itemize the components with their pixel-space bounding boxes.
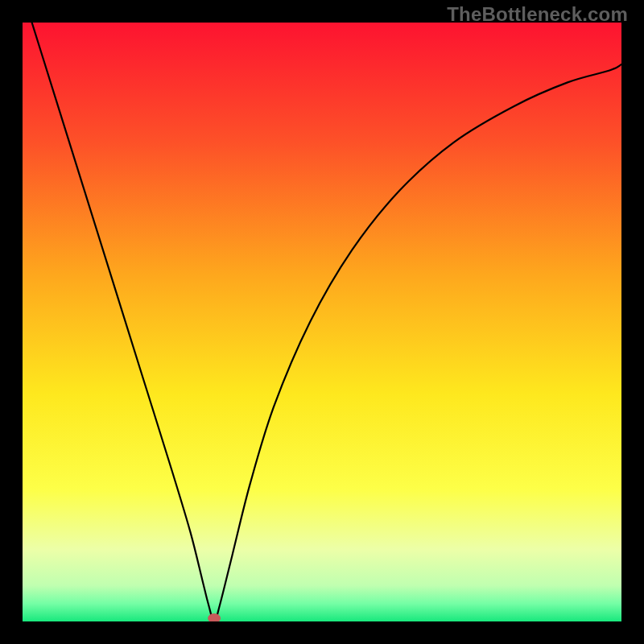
chart-svg [23, 23, 621, 621]
gradient-background [23, 23, 621, 621]
chart-container: TheBottleneck.com [0, 0, 644, 644]
plot-area [23, 23, 621, 621]
